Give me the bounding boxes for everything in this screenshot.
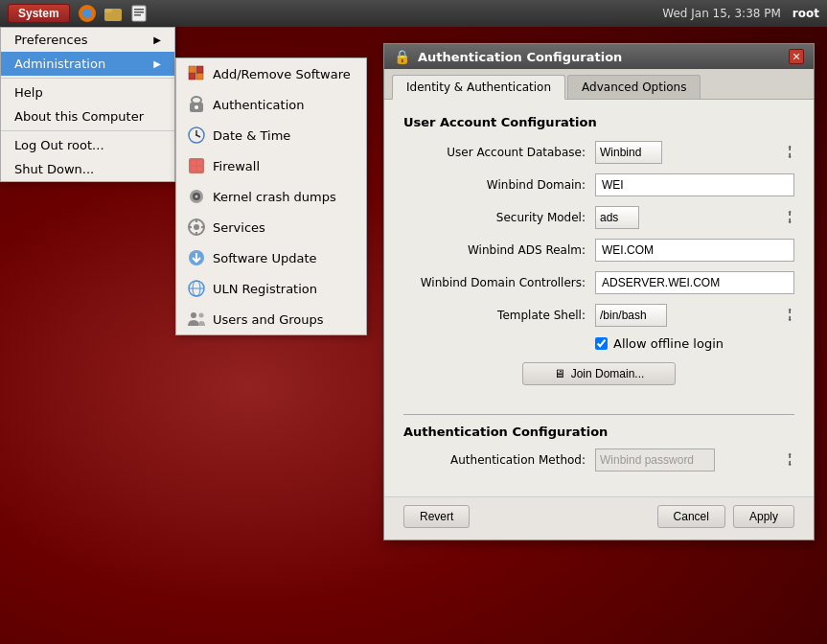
svg-rect-22 [192, 167, 195, 171]
arrow-icon: ▶ [153, 34, 161, 45]
about-label: About this Computer [14, 109, 144, 124]
menu-item-administration[interactable]: Administration ▶ [1, 52, 174, 76]
uln-icon [186, 278, 207, 299]
kernel-label: Kernel crash dumps [213, 190, 336, 204]
shutdown-label: Shut Down... [14, 162, 94, 176]
svg-point-37 [191, 312, 196, 318]
winbind-ads-input[interactable] [595, 239, 794, 262]
auth-method-row: Authentication Method: Winbind password [403, 448, 794, 472]
menu-item-add-remove-software[interactable]: Add/Remove Software [176, 58, 366, 89]
svg-point-26 [195, 196, 198, 198]
winbind-dc-input[interactable] [595, 271, 794, 294]
menu-level2-admin: Add/Remove Software Authentication [175, 58, 367, 335]
template-shell-select[interactable]: /bin/bash [595, 304, 667, 327]
authentication-label: Authentication [213, 98, 304, 112]
section-divider [403, 414, 794, 415]
menu-item-logout[interactable]: Log Out root... [1, 133, 174, 157]
svg-rect-9 [196, 73, 203, 80]
auth-method-label: Authentication Method: [403, 453, 595, 467]
svg-rect-7 [134, 14, 141, 16]
users-groups-label: Users and Groups [213, 312, 323, 327]
menu-item-software-update[interactable]: Software Update [176, 242, 366, 273]
footer-right-buttons: Cancel Apply [657, 505, 794, 528]
folder-icon[interactable] [102, 2, 125, 25]
close-button[interactable]: ✕ [789, 49, 804, 64]
svg-rect-5 [134, 9, 144, 11]
menu-item-kernel[interactable]: Kernel crash dumps [176, 181, 366, 212]
logout-label: Log Out root... [14, 138, 104, 152]
tab-identity-auth[interactable]: Identity & Authentication [392, 75, 565, 100]
svg-rect-4 [132, 6, 146, 21]
dialog-body: User Account Configuration User Account … [384, 100, 814, 496]
security-model-row: Security Model: ads [403, 206, 794, 229]
dialog-tabs: Identity & Authentication Advanced Optio… [384, 69, 814, 100]
menu-separator [1, 78, 174, 79]
security-model-select[interactable]: ads [595, 206, 639, 229]
text-editor-icon[interactable] [127, 2, 150, 25]
firewall-icon [186, 155, 207, 176]
join-domain-button[interactable]: 🖥 Join Domain... [522, 362, 676, 385]
revert-button[interactable]: Revert [403, 505, 470, 528]
winbind-domain-input[interactable] [595, 173, 794, 196]
menu-item-preferences[interactable]: Preferences ▶ [1, 28, 174, 52]
winbind-dc-row: Winbind Domain Controllers: [403, 271, 794, 294]
arrow-icon: ▶ [153, 58, 161, 69]
cancel-button[interactable]: Cancel [657, 505, 725, 528]
svg-rect-6 [134, 12, 144, 13]
template-shell-label: Template Shell: [403, 309, 595, 322]
menu-item-uln[interactable]: ULN Registration [176, 273, 366, 304]
auth-method-wrapper: Winbind password [595, 448, 794, 472]
user-account-db-wrapper: Winbind [595, 141, 794, 164]
allow-offline-label: Allow offline login [613, 336, 724, 351]
date-time-label: Date & Time [213, 128, 290, 143]
administration-label: Administration [14, 57, 105, 71]
winbind-ads-row: Winbind ADS Realm: [403, 239, 794, 262]
users-icon [186, 309, 207, 330]
svg-rect-20 [192, 161, 195, 165]
dialog-titlebar: 🔒 Authentication Configuration ✕ [384, 44, 814, 69]
apply-button[interactable]: Apply [733, 505, 794, 528]
auth-config-dialog: 🔒 Authentication Configuration ✕ Identit… [383, 43, 815, 540]
menu-item-users-groups[interactable]: Users and Groups [176, 304, 366, 334]
svg-rect-10 [189, 66, 195, 73]
firefox-icon[interactable] [76, 2, 99, 25]
services-label: Services [213, 220, 265, 235]
menu-item-help[interactable]: Help [1, 80, 174, 104]
menu-item-shutdown[interactable]: Shut Down... [1, 157, 174, 181]
menu-item-about[interactable]: About this Computer [1, 104, 174, 128]
winbind-ads-label: Winbind ADS Realm: [403, 243, 595, 257]
auth-icon [186, 94, 207, 115]
system-menu: Preferences ▶ Administration ▶ Help Abou… [0, 27, 175, 182]
dialog-title: Authentication Configuration [418, 50, 622, 64]
svg-rect-8 [189, 73, 195, 80]
svg-point-38 [199, 313, 204, 318]
lock-icon: 🔒 [394, 49, 410, 64]
menu-item-services[interactable]: Services [176, 212, 366, 242]
winbind-domain-row: Winbind Domain: [403, 173, 794, 196]
menu-item-firewall[interactable]: Firewall [176, 150, 366, 181]
svg-point-28 [194, 224, 199, 230]
system-menu-button[interactable]: System [8, 4, 70, 23]
package-icon [186, 63, 207, 84]
user-label: root [793, 7, 819, 20]
auth-method-select[interactable]: Winbind password [595, 448, 715, 472]
menu-level1: Preferences ▶ Administration ▶ Help Abou… [0, 27, 175, 182]
winbind-dc-label: Winbind Domain Controllers: [403, 276, 595, 289]
topbar: System Wed Jan 15, 3:38 PM root [0, 0, 827, 27]
help-label: Help [14, 85, 43, 100]
services-icon [186, 217, 207, 238]
svg-rect-23 [197, 167, 201, 171]
clock-icon [186, 125, 207, 146]
svg-rect-19 [189, 158, 204, 173]
auth-config-section-title: Authentication Configuration [403, 425, 794, 439]
menu-item-date-time[interactable]: Date & Time [176, 120, 366, 150]
add-remove-software-label: Add/Remove Software [213, 67, 351, 81]
svg-rect-11 [196, 66, 203, 73]
menu-item-authentication[interactable]: Authentication [176, 89, 366, 120]
tab-advanced-options[interactable]: Advanced Options [567, 75, 701, 99]
allow-offline-checkbox[interactable] [595, 337, 608, 350]
user-account-db-select[interactable]: Winbind [595, 141, 662, 164]
firewall-label: Firewall [213, 159, 260, 173]
svg-rect-12 [192, 97, 201, 104]
svg-rect-21 [197, 161, 201, 165]
